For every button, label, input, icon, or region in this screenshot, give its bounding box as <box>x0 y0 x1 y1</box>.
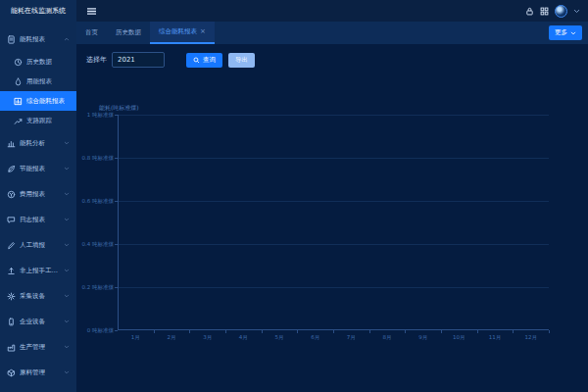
cost-icon <box>7 190 16 199</box>
sidebar-item-label: 企业设备 <box>20 318 45 326</box>
gear-icon <box>7 292 16 301</box>
app-title: 能耗在线监测系统 <box>0 0 76 22</box>
chevron-down-icon <box>64 191 70 197</box>
header-icons <box>525 5 580 18</box>
tab-home[interactable]: 首页 <box>76 22 107 44</box>
sidebar-item-label: 采集设备 <box>20 292 45 301</box>
gridline <box>118 287 549 288</box>
x-tick-mark <box>297 330 298 333</box>
factory-icon <box>7 343 16 352</box>
sidebar-item-collect-device[interactable]: 采集设备 <box>0 283 76 309</box>
lock-icon[interactable] <box>525 7 534 16</box>
x-tick-mark <box>513 330 514 333</box>
sidebar-item-production-mgmt[interactable]: 生产管理 <box>0 334 76 360</box>
chevron-down-icon <box>64 268 70 273</box>
y-tick-mark <box>115 201 118 202</box>
sidebar-item-saving-report[interactable]: 节能报表 <box>0 156 76 181</box>
close-icon[interactable]: × <box>200 28 206 35</box>
x-tick-label: 10月 <box>446 334 471 341</box>
sidebar-item-label: 支路跟踪 <box>26 117 52 125</box>
chevron-down-icon <box>64 166 70 172</box>
chevron-down-icon <box>64 318 70 324</box>
sidebar-item-energy-report[interactable]: 能耗报表 <box>0 26 76 52</box>
y-tick-label: 0.4 吨标准煤 <box>76 241 114 248</box>
y-tick-label: 0 吨标准煤 <box>76 327 114 334</box>
x-tick-label: 7月 <box>338 334 364 341</box>
grid-icon[interactable] <box>540 7 549 16</box>
chevron-down-icon <box>64 217 70 222</box>
tab-label: 首页 <box>85 28 98 37</box>
x-tick-label: 4月 <box>230 334 256 341</box>
tab-label: 综合能耗报表 <box>159 27 197 36</box>
sidebar-item-label: 能耗报表 <box>20 35 45 44</box>
x-tick-mark <box>154 330 155 333</box>
sidebar-item-label: 日志报表 <box>20 216 45 224</box>
y-tick-label: 0.2 吨标准煤 <box>76 284 114 291</box>
sidebar-item-manual-entry[interactable]: 人工填报 <box>0 232 76 258</box>
chevron-down-icon <box>64 140 70 146</box>
main-content: 选择年 查询 导出 能耗(吨标准煤) 1 吨标准煤0.8 吨标准煤0.6 吨标准… <box>76 44 588 392</box>
tab-composite-report[interactable]: 综合能耗报表 × <box>150 22 215 44</box>
sidebar-item-label: 费用报表 <box>20 190 45 199</box>
x-tick-label: 1月 <box>122 334 148 341</box>
sidebar-item-energy-analysis[interactable]: 能耗分析 <box>0 130 76 156</box>
sidebar-item-usage-report[interactable]: 用能报表 <box>0 72 76 91</box>
upload-icon <box>7 267 16 275</box>
y-tick-mark <box>115 330 118 331</box>
sidebar-item-enterprise-device[interactable]: 企业设备 <box>0 309 76 334</box>
chart: 能耗(吨标准煤) 1 吨标准煤0.8 吨标准煤0.6 吨标准煤0.4 吨标准煤0… <box>76 44 588 392</box>
hamburger-icon[interactable] <box>86 7 97 16</box>
chevron-down-icon[interactable] <box>573 9 580 14</box>
x-tick-label: 8月 <box>374 334 400 341</box>
leaf-icon <box>7 165 16 173</box>
x-tick-label: 3月 <box>195 334 220 341</box>
top-header <box>76 0 588 22</box>
y-tick-mark <box>115 115 118 116</box>
y-tick-mark <box>115 244 118 245</box>
sidebar-item-label: 能耗分析 <box>20 139 45 148</box>
chevron-up-icon <box>64 36 70 42</box>
drop-icon <box>14 77 23 86</box>
x-tick-mark <box>549 330 550 333</box>
gridline <box>118 158 549 159</box>
sidebar-item-offline-entry[interactable]: 非上报手工录入 <box>0 258 76 283</box>
sidebar-item-label: 人工填报 <box>20 241 45 250</box>
sidebar-item-cost-report[interactable]: 费用报表 <box>0 181 76 207</box>
more-button-label: 更多 <box>555 28 567 37</box>
sidebar: 能耗在线监测系统 能耗报表历史数据用能报表综合能耗报表支路跟踪能耗分析节能报表费… <box>0 0 76 392</box>
sidebar-item-label: 历史数据 <box>26 58 52 67</box>
y-tick-mark <box>115 158 118 159</box>
x-tick-mark <box>441 330 442 333</box>
x-tick-mark <box>333 330 334 333</box>
gridline <box>118 244 549 245</box>
sidebar-item-history-data[interactable]: 历史数据 <box>0 52 76 72</box>
y-tick-label: 0.6 吨标准煤 <box>76 198 114 205</box>
x-tick-mark <box>189 330 190 333</box>
sidebar-item-material-mgmt[interactable]: 原料管理 <box>0 360 76 385</box>
x-tick-mark <box>262 330 263 333</box>
tab-bar: 首页 历史数据 综合能耗报表 × 更多 <box>76 22 588 44</box>
user-avatar[interactable] <box>555 5 567 18</box>
x-tick-mark <box>405 330 406 333</box>
report-icon <box>7 35 16 44</box>
chevron-down-icon <box>64 344 70 350</box>
analysis-icon <box>7 139 16 148</box>
sidebar-item-log-report[interactable]: 日志报表 <box>0 207 76 232</box>
x-tick-mark <box>369 330 370 333</box>
chevron-down-icon <box>64 242 70 248</box>
y-tick-mark <box>115 287 118 288</box>
sidebar-item-label: 原料管理 <box>20 368 45 377</box>
sidebar-item-branch-tracking[interactable]: 支路跟踪 <box>0 111 76 130</box>
log-icon <box>7 216 16 224</box>
chevron-down-icon <box>64 293 70 299</box>
tab-label: 历史数据 <box>116 28 141 37</box>
device-icon <box>7 318 16 326</box>
more-button[interactable]: 更多 <box>549 25 582 40</box>
sidebar-item-label: 用能报表 <box>26 77 52 86</box>
chevron-down-icon <box>64 369 70 375</box>
pencil-icon <box>7 241 16 250</box>
sidebar-menu: 能耗报表历史数据用能报表综合能耗报表支路跟踪能耗分析节能报表费用报表日志报表人工… <box>0 22 76 385</box>
sidebar-item-composite-report[interactable]: 综合能耗报表 <box>0 91 76 111</box>
tab-history-data[interactable]: 历史数据 <box>107 22 150 44</box>
x-tick-label: 12月 <box>518 334 544 341</box>
